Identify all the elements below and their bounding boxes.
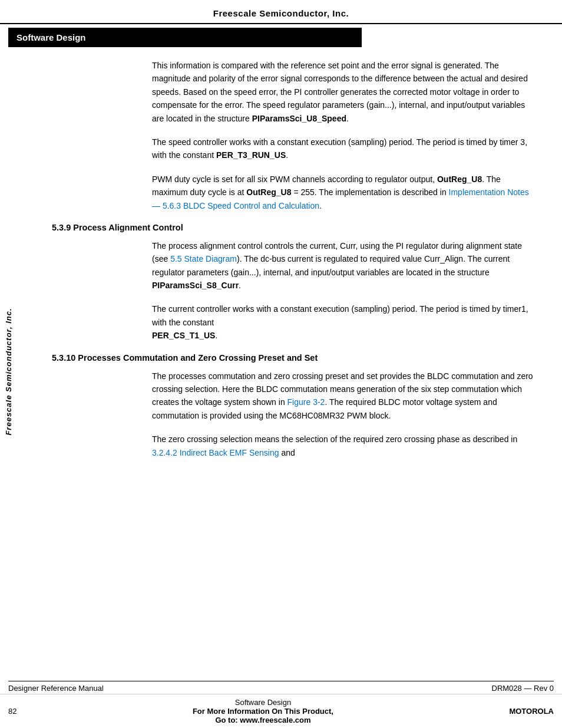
paragraph-1: This information is compared with the re…	[152, 59, 535, 125]
bottom-bar-center: Software Design For More Information On …	[16, 698, 509, 724]
bottom-center-line2: For More Information On This Product,	[16, 707, 509, 716]
s5310p1-text: The processes commutation and zero cross…	[152, 371, 533, 420]
impl-notes-link[interactable]: Implementation Notes — 5.6.3 BLDC Speed …	[152, 187, 529, 210]
p2-bold: PER_T3_RUN_US	[216, 150, 286, 160]
main-content: Freescale Semiconductor, Inc. This infor…	[0, 47, 562, 696]
content-body: This information is compared with the re…	[22, 47, 553, 696]
page-footer: Designer Reference Manual DRM028 — Rev 0	[8, 681, 554, 693]
bottom-center-line1: Software Design	[16, 698, 509, 707]
bottom-bar-page-number: 82	[8, 707, 16, 716]
side-label-text: Freescale Semiconductor, Inc.	[4, 308, 13, 435]
section-539-heading: 5.3.9 Process Alignment Control	[52, 223, 553, 232]
section-539-para-2: The current controller works with a cons…	[152, 302, 535, 342]
section-title-bar: Software Design	[8, 28, 362, 47]
section-539-para-1: The process alignment control controls t…	[152, 239, 535, 292]
s539p1-bold: PIParamsSci_S8_Curr	[152, 281, 239, 290]
bottom-bar-company: MOTOROLA	[509, 707, 554, 716]
bottom-bar-row: 82 Software Design For More Information …	[8, 698, 554, 724]
p3-bold1: OutReg_U8	[437, 174, 482, 184]
section-5310-para-1: The processes commutation and zero cross…	[152, 370, 535, 423]
p3-text: PWM duty cycle is set for all six PWM ch…	[152, 174, 529, 210]
paragraph-2: The speed controller works with a consta…	[152, 136, 535, 162]
section-5310-heading: 5.3.10 Processes Commutation and Zero Cr…	[52, 353, 553, 363]
s539p1-text: The process alignment control controls t…	[152, 241, 522, 290]
p1-bold: PIParamsSci_U8_Speed	[252, 114, 346, 123]
s539p2-bold: PER_CS_T1_US	[152, 331, 215, 340]
s539p2-text: The current controller works with a cons…	[152, 304, 528, 340]
p3-bold2: OutReg_U8	[246, 187, 291, 197]
bottom-bar: 82 Software Design For More Information …	[0, 694, 562, 728]
footer-right: DRM028 — Rev 0	[492, 684, 554, 693]
back-emf-link[interactable]: 3.2.4.2 Indirect Back EMF Sensing	[152, 448, 279, 457]
footer-left: Designer Reference Manual	[8, 684, 104, 693]
section-5310-para-2: The zero crossing selection means the se…	[152, 433, 535, 459]
paragraph-3: PWM duty cycle is set for all six PWM ch…	[152, 173, 535, 212]
bottom-center-line3: Go to: www.freescale.com	[16, 716, 509, 724]
figure-32-link[interactable]: Figure 3-2	[287, 397, 325, 407]
p1-text: This information is compared with the re…	[152, 61, 528, 123]
page-header-title: Freescale Semiconductor, Inc.	[0, 0, 562, 24]
side-label: Freescale Semiconductor, Inc.	[0, 47, 16, 696]
p2-text: The speed controller works with a consta…	[152, 137, 527, 160]
s5310p2-text: The zero crossing selection means the se…	[152, 434, 517, 457]
state-diagram-link[interactable]: 5.5 State Diagram	[170, 254, 237, 263]
